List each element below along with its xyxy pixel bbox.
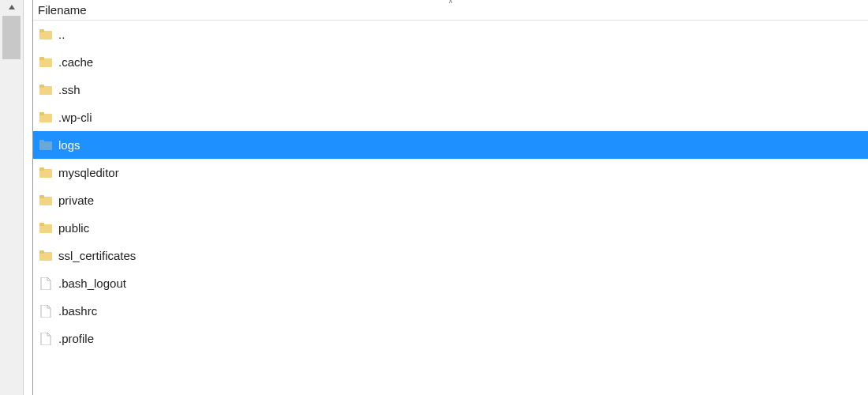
file-list: .. .cache .ssh .wp-cli logs mysqleditor … <box>33 21 868 352</box>
filename-label: logs <box>58 138 80 152</box>
filename-label: public <box>58 221 89 235</box>
folder-icon <box>38 82 54 98</box>
folder-icon <box>38 193 54 209</box>
folder-icon <box>38 165 54 181</box>
folder-icon <box>38 27 54 43</box>
file-row[interactable]: .ssh <box>33 76 868 103</box>
file-icon <box>38 276 54 292</box>
file-row[interactable]: .. <box>33 21 868 48</box>
filename-label: .ssh <box>58 83 80 96</box>
folder-icon <box>38 137 54 153</box>
scroll-track[interactable] <box>0 14 23 395</box>
svg-rect-4 <box>39 57 44 60</box>
file-row[interactable]: private <box>33 186 868 214</box>
file-row[interactable]: ssl_certificates <box>33 242 868 269</box>
scroll-up-arrow[interactable] <box>0 0 23 14</box>
column-header-label: Filename <box>38 3 87 17</box>
svg-rect-10 <box>39 140 44 143</box>
scroll-thumb[interactable] <box>2 16 21 59</box>
column-header-filename[interactable]: Filename ^ <box>33 0 868 21</box>
svg-rect-6 <box>39 85 44 88</box>
sort-indicator-icon: ^ <box>449 0 453 8</box>
file-row[interactable]: .bash_logout <box>33 269 868 297</box>
filename-label: ssl_certificates <box>58 249 136 262</box>
filename-label: .cache <box>58 55 93 69</box>
file-row[interactable]: public <box>33 214 868 242</box>
svg-rect-2 <box>39 29 44 32</box>
file-row[interactable]: .profile <box>33 325 868 352</box>
file-row[interactable]: mysqleditor <box>33 159 868 186</box>
svg-rect-14 <box>39 195 44 198</box>
filename-label: .. <box>58 28 65 41</box>
folder-icon <box>38 220 54 236</box>
file-row[interactable]: logs <box>33 131 868 159</box>
left-scrollbar[interactable] <box>0 0 24 395</box>
file-row[interactable]: .cache <box>33 48 868 76</box>
file-icon <box>38 331 54 347</box>
file-icon <box>38 303 54 319</box>
folder-icon <box>38 248 54 264</box>
filename-label: private <box>58 194 94 207</box>
folder-icon <box>38 110 54 126</box>
filename-label: .bashrc <box>58 304 97 318</box>
svg-rect-8 <box>39 112 44 115</box>
file-row[interactable]: .wp-cli <box>33 103 868 131</box>
svg-rect-16 <box>39 223 44 226</box>
filename-label: .profile <box>58 332 94 345</box>
file-row[interactable]: .bashrc <box>33 297 868 325</box>
filename-label: mysqleditor <box>58 166 119 179</box>
panel-divider[interactable] <box>24 0 33 395</box>
svg-rect-12 <box>39 167 44 171</box>
folder-icon <box>38 55 54 70</box>
svg-marker-0 <box>9 5 15 9</box>
filename-label: .wp-cli <box>58 111 92 124</box>
filename-label: .bash_logout <box>58 276 126 290</box>
svg-rect-18 <box>39 250 44 254</box>
file-panel: Filename ^ .. .cache .ssh .wp-cli logs m… <box>33 0 868 395</box>
